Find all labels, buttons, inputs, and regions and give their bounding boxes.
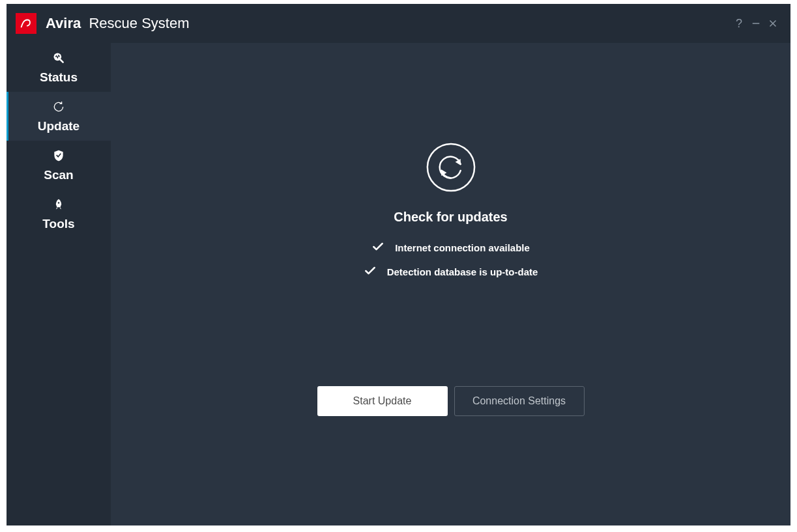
rocket-icon <box>52 197 65 212</box>
svg-point-5 <box>58 202 60 204</box>
status-icon <box>52 51 65 65</box>
main-heading: Check for updates <box>394 210 507 225</box>
avira-logo <box>16 13 36 34</box>
app-title: Avira Rescue System <box>46 15 190 32</box>
refresh-circle-icon <box>424 141 478 197</box>
update-icon <box>52 100 65 114</box>
sidebar-item-tools[interactable]: Tools <box>7 189 111 238</box>
check-icon <box>364 264 377 279</box>
sidebar-item-label: Tools <box>42 217 74 231</box>
minimize-button[interactable] <box>747 15 764 32</box>
app-title-product: Rescue System <box>89 15 189 31</box>
status-line-internet: Internet connection available <box>371 240 530 255</box>
svg-point-6 <box>427 144 474 191</box>
check-icon <box>371 240 384 255</box>
status-text: Detection database is up-to-date <box>387 266 538 277</box>
start-update-button[interactable]: Start Update <box>317 386 448 416</box>
sidebar-item-label: Update <box>38 119 80 133</box>
sidebar-item-label: Status <box>40 70 78 85</box>
connection-settings-button[interactable]: Connection Settings <box>454 386 585 416</box>
app-window: Avira Rescue System ? Status <box>7 4 790 525</box>
button-row: Start Update Connection Settings <box>317 386 585 416</box>
close-button[interactable] <box>764 15 781 32</box>
sidebar-item-update[interactable]: Update <box>7 92 111 141</box>
shield-check-icon <box>52 148 65 163</box>
app-title-brand: Avira <box>46 15 81 31</box>
sidebar-item-status[interactable]: Status <box>7 43 111 92</box>
svg-line-4 <box>61 59 63 62</box>
sidebar-item-label: Scan <box>44 168 73 182</box>
status-line-database: Detection database is up-to-date <box>364 264 538 279</box>
help-button[interactable]: ? <box>731 15 747 32</box>
sidebar: Status Update Scan <box>7 43 111 525</box>
status-text: Internet connection available <box>395 242 530 253</box>
main-content: Check for updates Internet connection av… <box>111 43 790 525</box>
sidebar-item-scan[interactable]: Scan <box>7 141 111 189</box>
titlebar: Avira Rescue System ? <box>7 4 790 43</box>
